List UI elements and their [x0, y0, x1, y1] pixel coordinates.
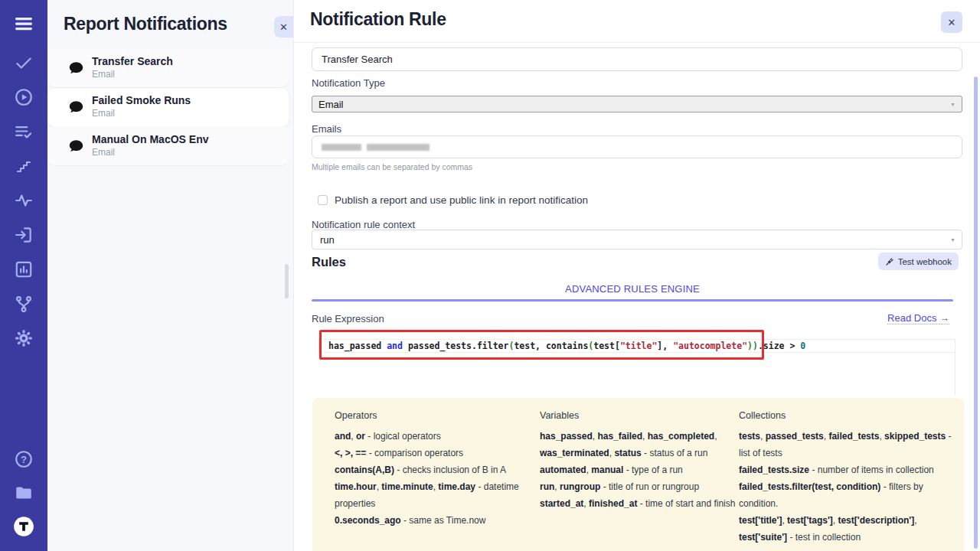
help-line: started_at, finished_at - time of start … [540, 495, 735, 512]
context-value: run [320, 234, 335, 246]
help-line: failed_tests.filter(test, condition) - f… [739, 478, 952, 495]
notification-list-item[interactable]: Failed Smoke Runs Email [47, 88, 289, 127]
notification-list-item[interactable]: Manual On MacOS Env Email [47, 127, 289, 166]
folder-icon[interactable] [13, 482, 34, 504]
help-line: and, or - logical operators [335, 428, 519, 445]
editor-content: Notification Type Email ▼ Emails Multipl… [312, 0, 962, 551]
rule-context-select[interactable]: run ▼ [312, 230, 962, 249]
chevron-down-icon: ▼ [950, 102, 956, 107]
test-webhook-button[interactable]: Test webhook [878, 253, 959, 270]
list-check-icon[interactable] [13, 121, 34, 142]
close-icon: ✕ [279, 21, 288, 33]
gear-icon[interactable] [13, 328, 34, 349]
bar-chart-icon[interactable] [13, 259, 34, 280]
help-line: test['suite'] - test in collection [739, 529, 952, 546]
emails-label: Emails [312, 123, 341, 135]
notification-type: Email [92, 147, 289, 158]
help-column-title: Collections [739, 410, 952, 421]
help-line: run, rungroup - title of run or rungroup [540, 478, 735, 495]
notification-rule-editor: Notification Rule ✕ Notification Type Em… [294, 0, 980, 551]
panel-title: Report Notifications [64, 14, 227, 34]
rules-heading: Rules [312, 255, 346, 269]
notification-type: Email [92, 69, 289, 80]
notification-title: Transfer Search [92, 55, 289, 67]
app: ? Report Notifications ✕ Transfer Search… [0, 0, 980, 551]
notification-type: Email [92, 108, 289, 119]
play-circle-icon[interactable] [13, 86, 34, 108]
sign-in-icon[interactable] [13, 224, 34, 246]
rule-name-input[interactable] [312, 47, 962, 71]
chat-bubble-icon [67, 99, 85, 119]
help-line: properties [335, 495, 519, 512]
chevron-down-icon: ▼ [950, 237, 956, 243]
notification-title: Manual On MacOS Env [92, 133, 289, 145]
redacted-email-value [312, 136, 962, 158]
type-value: Email [318, 99, 344, 110]
help-line: contains(A,B) - checks inclusion of B in… [335, 461, 519, 478]
rules-help-box: Operatorsand, or - logical operators<, >… [312, 398, 964, 551]
type-label: Notification Type [312, 77, 385, 89]
help-line: <, >, == - comparison operators [335, 445, 519, 461]
plug-icon [885, 257, 894, 266]
publish-checkbox-row[interactable]: Publish a report and use public link in … [318, 194, 588, 206]
check-icon[interactable] [13, 52, 34, 73]
help-column-collections: Collectionstests, passed_tests, failed_t… [739, 410, 952, 546]
help-line: failed_tests.size - number of items in c… [739, 461, 952, 478]
tab-advanced-rules-engine[interactable]: ADVANCED RULES ENGINE [312, 283, 953, 295]
main-scrollbar[interactable] [974, 77, 978, 549]
chat-bubble-icon [67, 138, 85, 158]
notification-list-item[interactable]: Transfer Search Email [47, 49, 289, 88]
logo-icon[interactable] [13, 516, 34, 537]
read-docs-link[interactable]: Read Docs → [887, 312, 949, 324]
publish-checkbox[interactable] [318, 195, 328, 205]
test-webhook-label: Test webhook [898, 257, 952, 266]
help-line: has_passed, has_failed, has_completed, [540, 428, 735, 445]
svg-text:?: ? [21, 454, 27, 465]
help-line: automated, manual - type of a run [540, 461, 735, 478]
sidebar: ? [0, 0, 47, 551]
help-column-title: Operators [335, 410, 519, 421]
rule-expression-code: has_passed and passed_tests.filter(test,… [328, 341, 805, 351]
branch-icon[interactable] [13, 293, 34, 315]
emails-help-text: Multiple emails can be separated by comm… [312, 162, 472, 171]
pulse-icon[interactable] [13, 190, 34, 211]
rule-expression-editor[interactable]: has_passed and passed_tests.filter(test,… [318, 339, 956, 353]
help-line: 0.seconds_ago - same as Time.now [335, 512, 519, 529]
panel-scrollbar[interactable] [285, 264, 289, 298]
report-notifications-panel: Report Notifications ✕ Transfer Search E… [47, 0, 294, 551]
notification-type-select[interactable]: Email ▼ [312, 96, 962, 112]
context-label: Notification rule context [312, 219, 415, 230]
tab-underline [312, 299, 953, 302]
help-line: tests, passed_tests, failed_tests, skipp… [739, 428, 952, 445]
help-column-title: Variables [540, 410, 735, 421]
steps-icon[interactable] [13, 155, 34, 177]
help-line: was_terminated, status - status of a run [540, 445, 735, 461]
help-line: list of tests [739, 445, 952, 461]
publish-checkbox-label: Publish a report and use public link in … [335, 194, 588, 206]
chat-bubble-icon [67, 60, 85, 80]
rule-expression-label: Rule Expression [312, 313, 384, 324]
help-icon[interactable]: ? [13, 448, 34, 470]
help-line: condition. [739, 495, 952, 512]
emails-input[interactable] [312, 135, 962, 158]
help-column-variables: Variableshas_passed, has_failed, has_com… [540, 410, 735, 512]
help-column-operators: Operatorsand, or - logical operators<, >… [335, 410, 519, 529]
help-line: test['title'], test['tags'], test['descr… [739, 512, 952, 529]
menu-icon[interactable] [13, 13, 34, 34]
help-line: time.hour, time.minute, time.day - datet… [335, 478, 519, 495]
notification-title: Failed Smoke Runs [92, 94, 289, 106]
panel-close-button[interactable]: ✕ [274, 16, 293, 37]
